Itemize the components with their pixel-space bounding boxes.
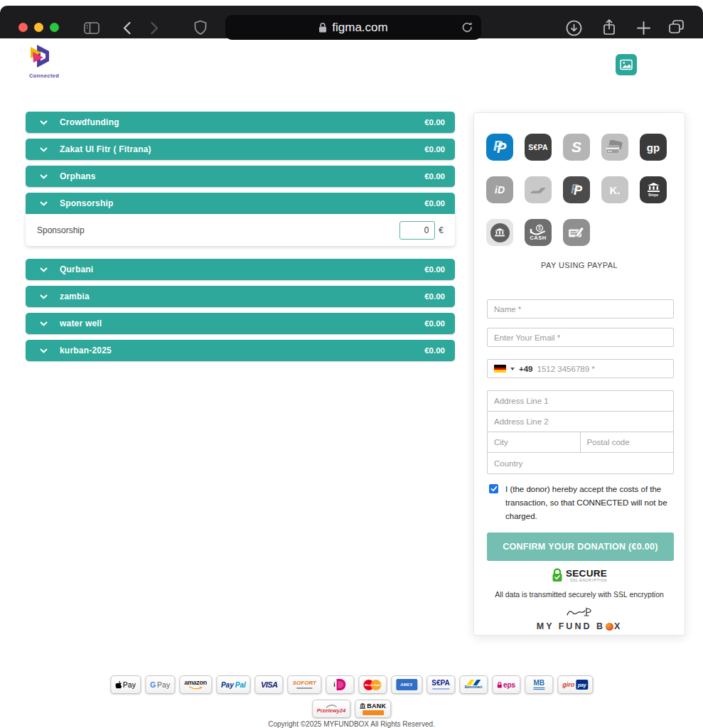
g-letter: G bbox=[150, 680, 156, 689]
traffic-lights bbox=[18, 23, 59, 32]
chevron-down-icon[interactable] bbox=[510, 368, 515, 370]
accordion-label: Crowdfunding bbox=[60, 117, 119, 127]
secure-badge: SECURE SSL ENCRYPTION bbox=[474, 568, 685, 582]
sponsorship-amount-input[interactable] bbox=[399, 221, 435, 240]
cash-method-icon[interactable]: $ CASH bbox=[525, 219, 552, 246]
city-input[interactable] bbox=[494, 438, 574, 446]
germany-flag-icon[interactable] bbox=[494, 365, 506, 373]
city-field[interactable] bbox=[488, 432, 581, 453]
reload-icon[interactable] bbox=[461, 21, 473, 36]
close-window-button[interactable] bbox=[18, 23, 28, 32]
paypal-alt-method-icon[interactable]: PP bbox=[563, 176, 590, 203]
address1-input[interactable] bbox=[494, 397, 667, 405]
currency-symbol: € bbox=[439, 225, 444, 235]
postal-field[interactable] bbox=[581, 432, 674, 453]
credit-card-method-icon[interactable] bbox=[601, 134, 628, 161]
payment-logos-row1: Pay G Pay amazon PayPal VISA SOFORT i bbox=[110, 675, 593, 694]
url-bar[interactable]: figma.com bbox=[225, 15, 481, 40]
bank-logo: BANK bbox=[355, 700, 391, 718]
sofort-text: SOFORT bbox=[293, 680, 316, 686]
email-input[interactable] bbox=[494, 333, 667, 342]
eps-text: eps bbox=[503, 681, 515, 689]
check-invoice-method-icon[interactable] bbox=[563, 219, 590, 246]
pay-box: pay bbox=[576, 680, 588, 690]
maximize-window-button[interactable] bbox=[50, 23, 59, 32]
address1-field[interactable] bbox=[488, 391, 673, 412]
forward-icon[interactable] bbox=[150, 21, 159, 35]
accordion-label: Zakat Ul Fitr ( Fitrana) bbox=[60, 144, 151, 154]
back-icon[interactable] bbox=[122, 21, 132, 35]
accordion-amount: €0.00 bbox=[424, 145, 445, 154]
phone-field[interactable]: +49 bbox=[487, 359, 674, 378]
accordion-water-well[interactable]: water well €0.00 bbox=[26, 313, 455, 334]
minimize-window-button[interactable] bbox=[34, 23, 43, 32]
country-field[interactable] bbox=[488, 453, 673, 473]
sepa-method-icon[interactable]: S€PA bbox=[525, 134, 552, 161]
consent-checkbox[interactable] bbox=[489, 484, 498, 493]
check-icon bbox=[490, 486, 498, 492]
download-icon[interactable] bbox=[566, 20, 582, 36]
new-tab-icon[interactable] bbox=[635, 20, 652, 36]
image-icon bbox=[620, 59, 633, 70]
accordion-label: kurban-2025 bbox=[60, 346, 112, 355]
sofort-method-icon[interactable]: S bbox=[563, 134, 590, 161]
ssl-note: All data is transmitted securely with SS… bbox=[474, 590, 685, 599]
connected-logo-icon bbox=[29, 44, 50, 68]
bancontact-text: Bancontact bbox=[465, 686, 483, 690]
accordion-qurbani[interactable]: Qurbani €0.00 bbox=[26, 259, 455, 280]
klarna-method-icon[interactable]: K. bbox=[601, 176, 628, 203]
ideal-logo: i bbox=[326, 675, 354, 694]
address2-field[interactable] bbox=[488, 412, 673, 432]
accordion-label: zambia bbox=[60, 291, 90, 301]
bank-transfer-method-icon[interactable] bbox=[525, 176, 552, 203]
postal-input[interactable] bbox=[587, 438, 667, 446]
paypal-method-icon[interactable]: PP bbox=[486, 134, 513, 161]
przelewy-text: Przelewy24 bbox=[317, 708, 345, 714]
pay-section-title: PAY USING PAYPAL bbox=[474, 261, 685, 269]
amazon-text: amazon bbox=[184, 680, 207, 686]
address2-input[interactable] bbox=[494, 417, 667, 426]
mb-text: MB bbox=[533, 680, 544, 687]
ideal-i: i bbox=[333, 681, 336, 688]
sofort-label: S bbox=[571, 139, 581, 156]
bank-method-icon[interactable] bbox=[486, 219, 513, 246]
url-text: figma.com bbox=[332, 21, 387, 35]
sponsorship-row-label: Sponsorship bbox=[37, 225, 85, 235]
image-button[interactable] bbox=[616, 54, 637, 75]
phone-input[interactable] bbox=[537, 365, 667, 373]
visa-logo: VISA bbox=[255, 675, 284, 694]
accordion-kurban-2025[interactable]: kurban-2025 €0.00 bbox=[26, 340, 455, 361]
accordion-amount: €0.00 bbox=[424, 346, 445, 355]
myfundbox-brand: MY FUND B X bbox=[474, 606, 685, 631]
accordion-zakat[interactable]: Zakat Ul Fitr ( Fitrana) €0.00 bbox=[26, 139, 455, 160]
ideal-method-icon[interactable]: iD bbox=[486, 176, 513, 203]
name-field[interactable] bbox=[487, 299, 674, 318]
shield-icon[interactable] bbox=[194, 20, 207, 36]
stripe-method-icon[interactable]: Stripe bbox=[640, 176, 667, 203]
accordion-label: Sponsorship bbox=[60, 198, 114, 208]
accordion-amount: €0.00 bbox=[424, 319, 445, 328]
cash-label: CASH bbox=[530, 235, 546, 241]
giropay-method-icon[interactable]: gp bbox=[640, 134, 667, 161]
share-icon[interactable] bbox=[601, 18, 617, 36]
chevron-down-icon bbox=[40, 174, 48, 179]
accordion-crowdfunding[interactable]: Crowdfunding €0.00 bbox=[26, 112, 455, 133]
confirm-donation-button[interactable]: CONFIRM YOUR DONATION (€0.00) bbox=[487, 532, 674, 561]
country-input[interactable] bbox=[494, 459, 667, 468]
sidebar-icon[interactable] bbox=[84, 22, 100, 34]
paypal-p-front: P bbox=[497, 140, 506, 156]
brand-suffix: X bbox=[614, 621, 622, 631]
klarna-label: K. bbox=[610, 184, 621, 196]
email-field[interactable] bbox=[487, 328, 674, 347]
visa-text: VISA bbox=[261, 680, 278, 689]
logo-text: Connected bbox=[29, 73, 72, 79]
name-input[interactable] bbox=[494, 305, 667, 314]
eps-lock-icon bbox=[497, 682, 502, 688]
bank-text: BANK bbox=[367, 703, 386, 710]
accordion-sponsorship[interactable]: Sponsorship €0.00 bbox=[26, 193, 455, 214]
accordion-orphans[interactable]: Orphans €0.00 bbox=[26, 166, 455, 187]
tabs-icon[interactable] bbox=[669, 20, 684, 33]
accordion-zambia[interactable]: zambia €0.00 bbox=[26, 286, 455, 307]
sepa-text: S€PA bbox=[431, 680, 449, 687]
sponsorship-panel: Sponsorship € bbox=[26, 214, 455, 246]
